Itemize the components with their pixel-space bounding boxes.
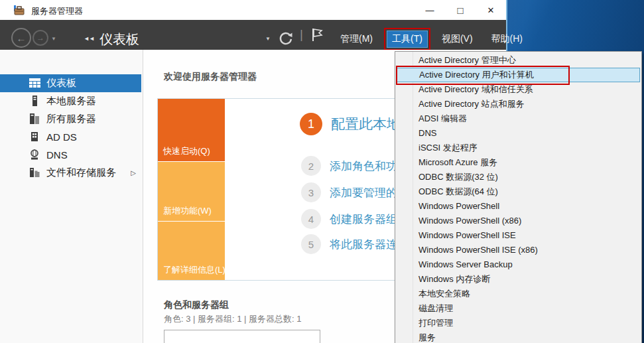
- breadcrumb[interactable]: 仪表板: [99, 31, 139, 48]
- step-label: 创建服务器组: [330, 212, 397, 227]
- annotation-tools-red-box: [384, 28, 430, 50]
- window-controls: — □ ✕: [415, 0, 506, 20]
- menu-item-azure-services[interactable]: Microsoft Azure 服务: [397, 155, 640, 170]
- sidebar-item-all-servers[interactable]: 所有服务器: [0, 110, 141, 128]
- roles-section-title: 角色和服务器组: [164, 299, 229, 311]
- sidebar-nav-list: 仪表板 本地服务器: [0, 74, 141, 182]
- whats-new-block[interactable]: 新增功能(W): [158, 162, 225, 221]
- menu-help[interactable]: 帮助(H): [487, 31, 527, 47]
- toolbar: ← → ▼ ◄◄ 仪表板 ▼ | 管理(M): [0, 20, 506, 50]
- menu-item-services[interactable]: 服务: [397, 330, 640, 343]
- sidebar-item-ad-ds[interactable]: AD DS: [0, 128, 141, 146]
- sidebar-item-label: 仪表板: [46, 77, 76, 90]
- sidebar-item-label: AD DS: [46, 131, 77, 143]
- server-manager-app-icon: [13, 4, 25, 19]
- step-number-badge: 5: [301, 234, 321, 254]
- close-button[interactable]: ✕: [476, 0, 506, 20]
- step-add-roles-features[interactable]: 2 添加角色和功能: [301, 156, 409, 176]
- menu-view[interactable]: 视图(V): [437, 31, 478, 47]
- tools-dropdown-menu: Active Directory 管理中心 Active Directory 用…: [395, 51, 642, 343]
- toolbar-separator: |: [300, 27, 303, 42]
- menu-item-ad-users-computers[interactable]: Active Directory 用户和计算机: [397, 68, 640, 82]
- menu-item-server-backup[interactable]: Windows Server Backup: [397, 257, 640, 272]
- notifications-flag-icon[interactable]: [312, 28, 323, 44]
- back-icon[interactable]: ←: [11, 28, 31, 48]
- whats-new-label: 新增功能(W): [163, 205, 212, 217]
- sidebar: 仪表板 本地服务器: [0, 50, 143, 343]
- step-create-server-group[interactable]: 4 创建服务器组: [301, 209, 397, 229]
- expand-chevron-icon[interactable]: ▷: [131, 169, 136, 176]
- step-number-badge: 4: [301, 209, 321, 229]
- sidebar-item-local-server[interactable]: 本地服务器: [0, 92, 141, 110]
- titlebar: 服务器管理器 — □ ✕: [0, 0, 506, 20]
- collapse-breadcrumb-icon[interactable]: ◄◄: [84, 35, 94, 42]
- step-number-badge: 1: [300, 113, 322, 135]
- file-storage-icon: [29, 167, 40, 180]
- menu-item-powershell-ise[interactable]: Windows PowerShell ISE: [397, 228, 640, 243]
- refresh-caret-icon[interactable]: ▼: [265, 36, 271, 42]
- menu-item-odbc-64[interactable]: ODBC 数据源(64 位): [397, 184, 640, 199]
- ad-ds-icon: [29, 131, 40, 144]
- menu-item-powershell-x86[interactable]: Windows PowerShell (x86): [397, 214, 640, 228]
- learn-more-block[interactable]: 了解详细信息(L): [158, 222, 225, 280]
- menu-item-local-security-policy[interactable]: 本地安全策略: [397, 287, 640, 301]
- quick-start-block[interactable]: 快速启动(Q): [158, 99, 225, 161]
- refresh-icon[interactable]: [279, 31, 293, 48]
- nav-history-caret-icon[interactable]: ▼: [51, 36, 56, 42]
- menu-item-powershell-ise-x86[interactable]: Windows PowerShell ISE (x86): [397, 243, 640, 257]
- sidebar-item-dashboard[interactable]: 仪表板: [0, 74, 141, 92]
- all-servers-icon: [29, 113, 40, 126]
- quick-start-label: 快速启动(Q): [163, 145, 210, 157]
- welcome-tile-quick-links: 快速启动(Q) 新增功能(W) 了解详细信息(L): [158, 99, 225, 280]
- menu-item-odbc-32[interactable]: ODBC 数据源(32 位): [397, 170, 640, 184]
- roles-tile: [164, 330, 320, 343]
- menu-item-iscsi-initiator[interactable]: iSCSI 发起程序: [397, 141, 640, 155]
- menu-item-ad-admin-center[interactable]: Active Directory 管理中心: [397, 53, 640, 68]
- dashboard-icon: [29, 78, 40, 90]
- menu-item-powershell[interactable]: Windows PowerShell: [397, 199, 640, 214]
- sidebar-item-file-storage[interactable]: 文件和存储服务 ▷: [0, 164, 141, 182]
- learn-more-label: 了解详细信息(L): [163, 264, 225, 276]
- menu-item-dns[interactable]: DNS: [397, 126, 640, 141]
- local-server-icon: [29, 96, 40, 108]
- menu-item-ad-sites-services[interactable]: Active Directory 站点和服务: [397, 97, 640, 111]
- menu-bar: 管理(M) 工具(T) 视图(V) 帮助(H): [336, 28, 527, 50]
- sidebar-item-label: DNS: [46, 149, 68, 161]
- sidebar-item-label: 本地服务器: [46, 95, 96, 107]
- dns-icon: [29, 149, 40, 162]
- window-title: 服务器管理器: [31, 5, 83, 17]
- minimize-button[interactable]: —: [415, 0, 445, 20]
- forward-icon[interactable]: →: [32, 30, 48, 46]
- desktop: 服务器管理器 — □ ✕ ← → ▼ ◄◄ 仪表板 ▼ |: [0, 0, 644, 343]
- menu-item-ad-domains-trusts[interactable]: Active Directory 域和信任关系: [397, 82, 640, 97]
- step-number-badge: 2: [301, 156, 321, 176]
- menu-item-print-management[interactable]: 打印管理: [397, 316, 640, 330]
- step-number-badge: 3: [301, 182, 321, 202]
- menu-item-memory-diagnostic[interactable]: Windows 内存诊断: [397, 272, 640, 287]
- sidebar-item-dns[interactable]: DNS: [0, 146, 141, 164]
- sidebar-item-label: 文件和存储服务: [46, 167, 116, 179]
- menu-tools[interactable]: 工具(T): [387, 31, 428, 48]
- menu-manage[interactable]: 管理(M): [336, 31, 377, 47]
- menu-item-disk-cleanup[interactable]: 磁盘清理: [397, 301, 640, 316]
- menu-item-adsi-edit[interactable]: ADSI 编辑器: [397, 111, 640, 126]
- sidebar-item-label: 所有服务器: [46, 113, 96, 125]
- welcome-heading: 欢迎使用服务器管理器: [164, 71, 257, 83]
- roles-section-stats: 角色: 3 | 服务器组: 1 | 服务器总数: 1: [164, 313, 302, 325]
- maximize-button[interactable]: □: [445, 0, 476, 20]
